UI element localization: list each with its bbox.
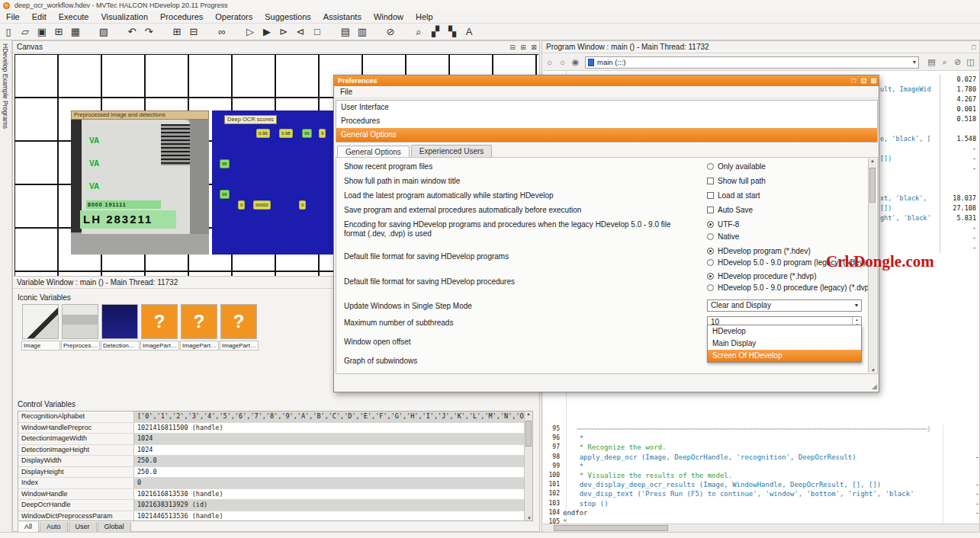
search-icon[interactable]: ⌕ [938,57,951,67]
menu-item[interactable]: Window [368,11,410,24]
stop-icon[interactable]: □ [310,24,325,39]
menu-item[interactable]: File [0,11,26,24]
procedure-combo[interactable]: main (:::) ▾ [585,56,919,69]
program-float-icon[interactable]: □ [969,41,979,53]
control-variables-scrollbar[interactable]: ▲▼ [524,412,532,520]
examples-dock-tab[interactable]: HDevelop Example Programs [2,43,9,129]
dropdown-option[interactable]: Main Display [708,338,861,350]
RecognitionAlphabet[interactable]: RecognitionAlphabet ['0','1','2','3','4'… [18,412,532,423]
preprocessed-image[interactable]: VA VA VA 8000 191111 LH 283211 Preproces… [71,110,209,255]
menu-item[interactable]: Help [410,11,439,24]
show-full-path-checkbox[interactable]: Show full path [707,176,766,186]
DisplayHeight[interactable]: DisplayHeight 250.0 [18,467,532,479]
menu-item[interactable]: Assistants [317,11,368,24]
preferences-title-bar[interactable]: Preferences ⊞⊡□ [334,75,879,86]
prefs-dock-icon[interactable]: ⊡ [859,75,869,86]
DeepOcrHandle[interactable]: DeepOcrHandle 1021638313929 (id) [18,500,532,511]
code-hscrollbar[interactable] [543,524,979,532]
DisplayWidth[interactable]: DisplayWidth 250.0 [18,456,532,467]
new-file-icon[interactable]: ▯ [1,24,16,39]
code-line[interactable]: 102 dev_disp_text ('Press Run (F5) to co… [543,489,979,498]
step-into-icon[interactable]: ⊲ [293,24,308,39]
iconic-variable-thumbnail[interactable]: ? [181,304,217,339]
update-windows-combo[interactable]: Clear and Display▾ [707,299,862,312]
WindowDictPreprocessParam[interactable]: WindowDictPreprocessParam 1021446513536 … [18,511,532,522]
find-icon[interactable]: ∞ [214,24,230,39]
nav-forward-icon[interactable]: ○ [556,58,569,67]
variable-tab[interactable]: User [69,522,97,533]
hdev-format-radio[interactable]: HDevelop program (*.hdev) [707,246,811,256]
reset-program-icon[interactable]: ▤ [338,24,353,39]
auto-save-checkbox[interactable]: Auto Save [707,205,753,215]
deep-ocr-scores-image[interactable]: Deep OCR scores 0.990.9899998990000000 [212,110,339,255]
export-icon[interactable]: ▦ [68,24,83,39]
iconic-variable-name[interactable]: ImagePart… [140,341,179,351]
canvas-close-icon[interactable]: ⊠ [529,41,539,53]
save-icon[interactable]: ▣ [34,24,50,39]
canvas-dock-icon[interactable]: ⊟ [507,41,518,53]
zoom-icon[interactable]: ⌕ [411,24,426,39]
code-line[interactable]: 98 apply_deep_ocr (Image, DeepOcrHandle,… [543,453,979,462]
run-icon[interactable]: ▷ [243,24,258,39]
variable-tab[interactable]: All [18,522,39,533]
camera-icon[interactable]: ▧ [96,24,111,39]
code-line[interactable]: 100 * Visualize the results of the model… [543,471,979,480]
prefs-help-icon[interactable]: ⊞ [869,75,879,86]
variable-tab[interactable]: Auto [40,522,68,533]
menu-item[interactable]: Procedures [154,11,209,24]
program-settings-icon[interactable]: ▥ [355,24,370,39]
preferences-menu-file[interactable]: File [340,88,352,96]
prefs-float-icon[interactable]: □ [849,75,859,86]
dropdown-option[interactable]: HDevelop [708,325,861,338]
only-available-radio[interactable]: Only available [707,162,766,171]
dropdown-option[interactable]: Screen Of HDevelop [708,350,861,362]
undo-icon[interactable]: ↶ [124,24,140,39]
preferences-section[interactable]: General Options [336,128,877,142]
load-at-start-checkbox[interactable]: Load at start [707,191,760,200]
iconic-variable-name[interactable]: Preproces… [61,341,100,351]
tile-windows-icon[interactable]: ⊞ [169,24,185,39]
redo-icon[interactable]: ↷ [141,24,156,39]
profiler-toggle-icon[interactable]: ⊘ [951,57,964,67]
WindowHandlePreproc[interactable]: WindowHandlePreproc 1021416811500 (handl… [18,423,532,434]
menu-item[interactable]: Operators [209,11,259,24]
iconic-variable-name[interactable]: ImagePart… [220,341,259,351]
iconic-variable-thumbnail[interactable] [62,304,98,339]
variable-tab[interactable]: Global [98,522,131,533]
DetectionImageWidth[interactable]: DetectionImageWidth 1024 [18,434,532,445]
iconic-variable-name[interactable]: Detection… [101,341,140,351]
native-radio[interactable]: Native [707,232,739,242]
code-line[interactable]: 97 * Recognize the word. [543,443,979,452]
run-to-cursor-icon[interactable]: ▶ [259,24,275,39]
save-all-icon[interactable]: ⊞ [51,24,66,39]
menu-item[interactable]: Execute [53,11,95,24]
font-icon[interactable]: A [461,24,477,39]
open-file-icon[interactable]: ▱ [18,24,33,39]
procedure-home-icon[interactable]: ◉ [569,57,582,67]
code-line[interactable]: 105 * [543,517,979,524]
legacy-procedure-radio[interactable]: HDevelop 5.0 - 9.0 procedure (legacy) (*… [707,283,872,293]
code-line[interactable]: 95 ~~~~~~~~~~~~~~~~~~~~~~~~~~~~~~~~~~~~~… [543,424,979,434]
DetectionImageHeight[interactable]: DetectionImageHeight 1024 [18,445,532,456]
hdvp-format-radio[interactable]: HDevelop procedure (*.hdvp) [707,271,817,281]
iconic-variable-thumbnail[interactable] [22,304,59,339]
iconic-variable-name[interactable]: ImagePart… [180,341,219,351]
code-line[interactable]: 99 * [543,462,979,471]
iconic-variable-thumbnail[interactable]: ? [141,304,178,339]
report-icon[interactable]: ▤ [925,57,938,67]
preferences-section[interactable]: Procedures [336,114,877,128]
canvas-maximize-icon[interactable]: ⊞ [518,41,529,53]
code-line[interactable]: 96 * [543,434,979,443]
preferences-section[interactable]: User Interface [336,101,877,114]
resize-grip-icon[interactable]: ◢ [872,383,877,390]
code-line[interactable]: 101 dev_display_deep_ocr_results (Image,… [543,480,979,489]
scrollbar-thumb[interactable] [554,525,668,531]
iconic-variable-thumbnail[interactable] [101,304,138,339]
feature-histogram-icon[interactable]: ▚ [445,24,460,39]
preferences-tab[interactable]: Experienced Users [411,145,492,158]
cascade-windows-icon[interactable]: ⊟ [186,24,201,39]
menu-item[interactable]: Suggestions [259,11,317,24]
menu-item[interactable]: Edit [26,11,53,24]
profiler-icon[interactable]: ⊘ [383,24,398,39]
menu-item[interactable]: Visualization [95,11,154,24]
